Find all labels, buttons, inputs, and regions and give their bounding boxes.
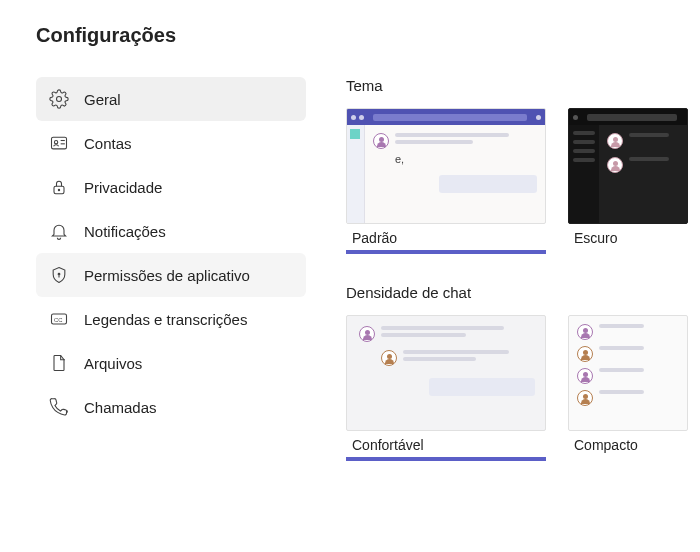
- svg-text:CC: CC: [54, 317, 62, 323]
- density-option-compact[interactable]: Compacto: [568, 315, 688, 461]
- sidebar-item-captions[interactable]: CC Legendas e transcrições: [36, 297, 306, 341]
- chat-density-section-label: Densidade de chat: [346, 284, 700, 301]
- theme-option-default[interactable]: e, Padrão: [346, 108, 546, 254]
- sidebar-item-label: Privacidade: [84, 179, 162, 196]
- settings-main: Tema e, Padrão: [316, 77, 700, 552]
- sidebar-item-label: Permissões de aplicativo: [84, 267, 250, 284]
- density-compact-thumb: [568, 315, 688, 431]
- density-option-label: Compacto: [568, 431, 688, 461]
- sidebar-item-notifications[interactable]: Notificações: [36, 209, 306, 253]
- density-comfortable-thumb: [346, 315, 546, 431]
- lock-icon: [48, 176, 70, 198]
- bell-icon: [48, 220, 70, 242]
- gear-icon: [48, 88, 70, 110]
- sidebar-item-label: Legendas e transcrições: [84, 311, 247, 328]
- theme-options-row: e, Padrão: [346, 108, 700, 254]
- svg-point-6: [58, 189, 59, 190]
- sidebar-item-calls[interactable]: Chamadas: [36, 385, 306, 429]
- theme-option-dark[interactable]: Escuro: [568, 108, 688, 254]
- theme-preview-text: e,: [395, 153, 537, 165]
- chat-density-options-row: Confortável Compacto: [346, 315, 700, 461]
- sidebar-item-privacy[interactable]: Privacidade: [36, 165, 306, 209]
- sidebar-item-label: Notificações: [84, 223, 166, 240]
- sidebar-item-label: Contas: [84, 135, 132, 152]
- theme-option-label: Escuro: [568, 224, 688, 254]
- sidebar-item-app-permissions[interactable]: Permissões de aplicativo: [36, 253, 306, 297]
- svg-point-7: [58, 273, 60, 275]
- sidebar-item-accounts[interactable]: Contas: [36, 121, 306, 165]
- page-title: Configurações: [36, 24, 700, 47]
- cc-icon: CC: [48, 308, 70, 330]
- shield-icon: [48, 264, 70, 286]
- density-option-comfortable[interactable]: Confortável: [346, 315, 546, 461]
- sidebar-item-label: Arquivos: [84, 355, 142, 372]
- phone-icon: [48, 396, 70, 418]
- sidebar-item-label: Geral: [84, 91, 121, 108]
- settings-sidebar: Geral Contas Privacidade Notificações: [36, 77, 316, 552]
- theme-default-thumb: e,: [346, 108, 546, 224]
- sidebar-item-files[interactable]: Arquivos: [36, 341, 306, 385]
- sidebar-item-general[interactable]: Geral: [36, 77, 306, 121]
- theme-option-label: Padrão: [346, 224, 546, 254]
- sidebar-item-label: Chamadas: [84, 399, 157, 416]
- theme-section-label: Tema: [346, 77, 700, 94]
- svg-point-2: [54, 141, 57, 144]
- density-option-label: Confortável: [346, 431, 546, 461]
- svg-point-0: [57, 97, 62, 102]
- svg-rect-1: [52, 137, 67, 149]
- document-icon: [48, 352, 70, 374]
- theme-dark-thumb: [568, 108, 688, 224]
- id-card-icon: [48, 132, 70, 154]
